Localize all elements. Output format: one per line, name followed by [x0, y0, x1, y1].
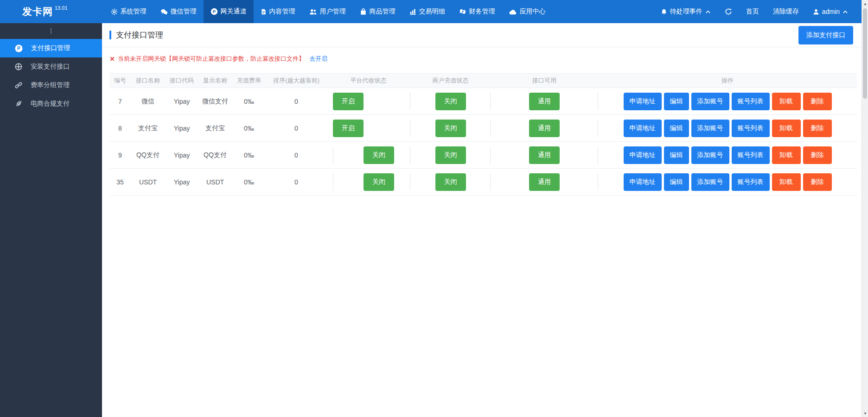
delete-button[interactable]: 删除 — [803, 93, 832, 110]
table-header-6: 排序(越大越靠前) — [266, 76, 326, 85]
table-header-row: 编号接口名称接口代码显示名称充值费率排序(越大越靠前)平台代收状态商户充值状态接… — [109, 73, 857, 88]
ellipsis-icon — [48, 27, 54, 35]
scrollbar-thumb[interactable] — [863, 8, 867, 99]
cell-interface-code: Yipay — [165, 152, 198, 159]
nav-item-4[interactable]: 内容管理 — [254, 0, 302, 23]
platform-off-slot: 关闭 — [364, 173, 394, 191]
leaf-icon — [15, 100, 22, 107]
delete-button[interactable]: 删除 — [803, 120, 832, 137]
nav-item-label: 应用中心 — [520, 7, 546, 16]
sidebar-item-2[interactable]: 安装支付接口 — [0, 57, 102, 76]
sidebar-item-3[interactable]: 费率分组管理 — [0, 76, 102, 95]
wheel-icon — [15, 63, 22, 70]
main-content: 支付接口管理 添加支付接口 当前未开启网关锁【网关锁可防止篡改接口参数，防止篡改… — [102, 23, 862, 417]
nav-item-5[interactable]: 用户管理 — [302, 0, 353, 23]
cell-merchant-status: 关闭 — [410, 115, 491, 141]
edit-button[interactable]: 编辑 — [664, 120, 689, 137]
refresh-button[interactable] — [718, 0, 739, 23]
title-bar: 支付接口管理 添加支付接口 — [102, 23, 862, 47]
file-icon — [261, 8, 267, 15]
apply-url-button[interactable]: 申请地址 — [624, 93, 662, 110]
uninstall-button[interactable]: 卸载 — [772, 146, 801, 164]
cell-display-name: 微信支付 — [198, 97, 232, 106]
cell-actions: 申请地址编辑添加账号账号列表卸载删除 — [598, 115, 857, 141]
nav-right: 待处理事件 首页 清除缓存 admin — [654, 0, 862, 23]
bell-icon — [661, 8, 667, 15]
add-account-button[interactable]: 添加账号 — [691, 93, 729, 110]
platform-status-button[interactable]: 关闭 — [364, 146, 394, 164]
scrollbar-up-arrow[interactable]: ▲ — [862, 0, 868, 7]
add-account-button[interactable]: 添加账号 — [691, 173, 729, 191]
nav-item-label: 交易明细 — [419, 7, 445, 16]
enable-gateway-lock-link[interactable]: 去开启 — [309, 55, 327, 63]
home-link[interactable]: 首页 — [739, 0, 766, 23]
sidebar-item-4[interactable]: 电商合规支付 — [0, 95, 102, 113]
nav-item-label: 商品管理 — [370, 7, 396, 16]
nav-item-6[interactable]: 商品管理 — [353, 0, 402, 23]
sidebar-item-label: 费率分组管理 — [31, 81, 70, 89]
user-menu[interactable]: admin — [806, 0, 855, 23]
platform-status-button[interactable]: 开启 — [333, 120, 364, 137]
table-row: 8支付宝Yipay支付宝0‰0开启关闭通用申请地址编辑添加账号账号列表卸载删除 — [109, 115, 857, 142]
apply-url-button[interactable]: 申请地址 — [624, 120, 662, 137]
cell-interface-code: Yipay — [165, 125, 198, 132]
available-status-button[interactable]: 通用 — [529, 120, 560, 137]
available-status-button[interactable]: 通用 — [529, 93, 560, 110]
nav-item-7[interactable]: 交易明细 — [402, 0, 452, 23]
uninstall-button[interactable]: 卸载 — [772, 173, 801, 191]
apply-url-button[interactable]: 申请地址 — [624, 173, 662, 191]
delete-button[interactable]: 删除 — [803, 146, 832, 164]
users-icon — [309, 8, 317, 15]
available-status-button[interactable]: 通用 — [529, 146, 560, 164]
uninstall-button[interactable]: 卸载 — [772, 120, 801, 137]
add-account-button[interactable]: 添加账号 — [691, 120, 729, 137]
delete-button[interactable]: 删除 — [803, 173, 832, 191]
scrollbar-down-arrow[interactable]: ▼ — [862, 410, 868, 417]
edit-button[interactable]: 编辑 — [664, 93, 689, 110]
cell-interface-name: QQ支付 — [131, 151, 165, 159]
table-row: 7微信Yipay微信支付0‰0开启关闭通用申请地址编辑添加账号账号列表卸载删除 — [109, 88, 857, 115]
merchant-status-button[interactable]: 关闭 — [435, 120, 466, 137]
account-list-button[interactable]: 账号列表 — [732, 93, 770, 110]
refresh-icon — [725, 8, 732, 15]
svg-text:P: P — [212, 9, 216, 14]
cell-interface-available: 通用 — [491, 88, 598, 114]
merchant-status-button[interactable]: 关闭 — [435, 173, 466, 191]
merchant-status-button[interactable]: 关闭 — [435, 93, 466, 110]
cell-interface-code: Yipay — [165, 98, 198, 105]
cell-id: 9 — [109, 152, 131, 159]
cell-interface-available: 通用 — [491, 115, 598, 141]
cell-rate: 0‰ — [232, 125, 266, 132]
uninstall-button[interactable]: 卸载 — [772, 93, 801, 110]
close-icon — [109, 56, 115, 62]
merchant-status-button[interactable]: 关闭 — [435, 146, 466, 164]
edit-button[interactable]: 编辑 — [664, 146, 689, 164]
table-header-7: 平台代收状态 — [326, 76, 410, 85]
account-list-button[interactable]: 账号列表 — [732, 173, 770, 191]
platform-status-button[interactable]: 开启 — [333, 93, 364, 110]
nav-item-1[interactable]: 系统管理 — [104, 0, 153, 23]
apply-url-button[interactable]: 申请地址 — [624, 146, 662, 164]
add-payment-interface-button[interactable]: 添加支付接口 — [798, 26, 853, 44]
cell-display-name: USDT — [198, 178, 232, 186]
nav-item-8[interactable]: 财务管理 — [452, 0, 502, 23]
nav-item-9[interactable]: 应用中心 — [502, 0, 553, 23]
add-account-button[interactable]: 添加账号 — [691, 146, 729, 164]
cell-id: 8 — [109, 125, 131, 132]
wechat-icon — [160, 8, 168, 15]
nav-item-3[interactable]: P网关通道 — [204, 0, 254, 23]
pending-events-menu[interactable]: 待处理事件 — [654, 0, 718, 23]
sidebar-item-1[interactable]: P支付接口管理 — [0, 39, 102, 57]
available-status-button[interactable]: 通用 — [529, 173, 560, 191]
platform-status-toggle: 开启 — [333, 120, 394, 137]
edit-button[interactable]: 编辑 — [664, 173, 689, 191]
sidebar-ellipsis[interactable] — [0, 23, 102, 39]
account-list-button[interactable]: 账号列表 — [732, 120, 770, 137]
account-list-button[interactable]: 账号列表 — [732, 146, 770, 164]
nav-item-2[interactable]: 微信管理 — [153, 0, 204, 23]
page-title: 支付接口管理 — [109, 30, 163, 40]
clear-cache-link[interactable]: 清除缓存 — [766, 0, 806, 23]
money-icon — [459, 8, 466, 15]
platform-status-button[interactable]: 关闭 — [364, 173, 394, 191]
sidebar: P支付接口管理安装支付接口费率分组管理电商合规支付 — [0, 23, 102, 417]
